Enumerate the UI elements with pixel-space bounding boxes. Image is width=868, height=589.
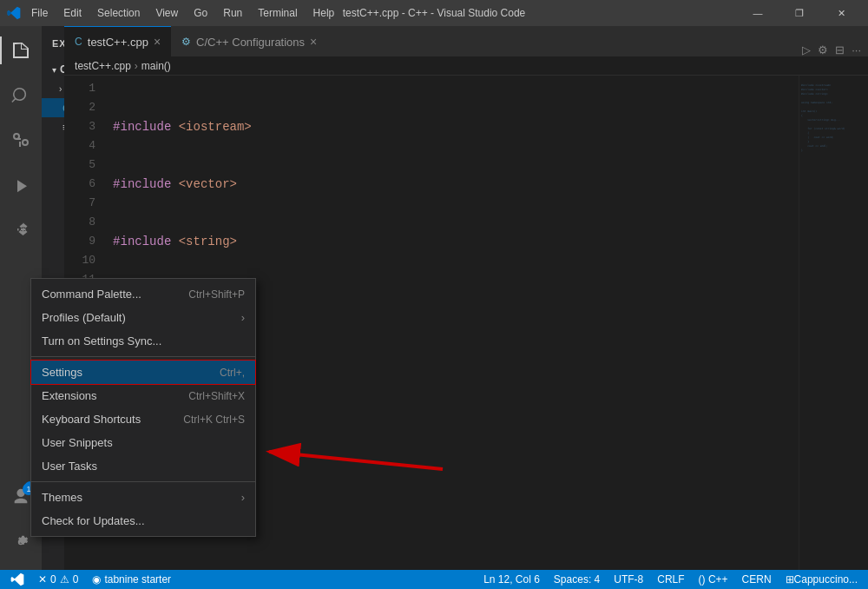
menu-extensions[interactable]: Extensions Ctrl+Shift+X: [31, 384, 255, 407]
menu-view[interactable]: View: [148, 5, 185, 21]
menu-themes[interactable]: Themes ›: [31, 486, 255, 509]
spaces-setting[interactable]: Spaces: 4: [550, 573, 603, 586]
source-control-activity-icon[interactable]: [0, 120, 42, 162]
tree-item-cpp-file[interactable]: C testC++.cpp: [42, 98, 64, 117]
vscode-logo: [7, 6, 21, 20]
tab-config-close[interactable]: ×: [310, 35, 317, 49]
command-palette-label: Command Palette...: [42, 288, 188, 301]
code-line-2: #include <vector>: [113, 175, 799, 194]
check-updates-label: Check for Updates...: [42, 514, 245, 527]
language-mode[interactable]: () C++: [695, 573, 732, 586]
profiles-arrow: ›: [241, 311, 245, 324]
user-tasks-label: User Tasks: [42, 460, 245, 473]
menu-sync[interactable]: Turn on Settings Sync...: [31, 329, 255, 353]
vscode-status-icon[interactable]: [7, 572, 28, 586]
menu-go[interactable]: Go: [187, 5, 214, 21]
tabnine-status[interactable]: ◉ tabnine starter: [89, 573, 174, 586]
keyboard-shortcuts-label: Keyboard Shortcuts: [42, 413, 183, 426]
minimap: #include <iostream> #include <vector> #i…: [799, 76, 868, 570]
maximize-button[interactable]: ❐: [779, 0, 819, 26]
spaces-text: Spaces: 4: [554, 573, 600, 586]
line-num-5: 5: [64, 156, 95, 175]
line-num-4: 4: [64, 136, 95, 156]
tab-cpp-label: testC++.cpp: [88, 36, 148, 49]
close-button[interactable]: ✕: [821, 0, 861, 26]
profiles-label: Profiles (Default): [42, 311, 241, 324]
eol-text: CRLF: [657, 573, 684, 586]
menu-terminal[interactable]: Terminal: [251, 5, 304, 21]
code-line-1: #include <iostream>: [113, 117, 799, 136]
errors-status[interactable]: ✕ 0 ⚠ 0: [35, 573, 82, 586]
search-activity-icon[interactable]: [0, 75, 42, 116]
cern-status[interactable]: CERN: [739, 573, 775, 586]
menu-check-updates[interactable]: Check for Updates...: [31, 509, 255, 533]
menu-run[interactable]: Run: [216, 5, 249, 21]
line-num-9: 9: [64, 232, 95, 251]
breadcrumb-symbol[interactable]: main(): [141, 60, 171, 72]
window-controls: — ❐ ✕: [738, 0, 861, 26]
menu-bar: File Edit Selection View Go Run Terminal…: [24, 5, 341, 21]
menu-separator-2: [31, 481, 255, 482]
run-activity-icon[interactable]: [0, 165, 42, 207]
menu-keyboard-shortcuts[interactable]: Keyboard Shortcuts Ctrl+K Ctrl+S: [31, 407, 255, 431]
settings-shortcut: Ctrl+,: [220, 367, 245, 379]
status-bar-right: Ln 12, Col 6 Spaces: 4 UTF-8 CRLF () C++…: [480, 573, 861, 586]
tab-config-label: C/C++ Configurations: [196, 36, 305, 49]
cursor-position[interactable]: Ln 12, Col 6: [480, 573, 543, 586]
warning-icon: ⚠: [60, 573, 69, 586]
warning-count: 0: [73, 573, 79, 586]
more-actions-icon[interactable]: ···: [852, 43, 861, 56]
tab-config[interactable]: ⚙ C/C++ Configurations ×: [171, 26, 327, 56]
extensions-activity-icon[interactable]: [0, 210, 42, 252]
tab-cpp[interactable]: C testC++.cpp ×: [64, 26, 171, 56]
split-editor-icon[interactable]: ⊟: [835, 43, 845, 56]
command-palette-shortcut: Ctrl+Shift+P: [188, 288, 245, 301]
themes-label: Themes: [42, 491, 241, 504]
menu-help[interactable]: Help: [306, 5, 342, 21]
tree-item-vscode[interactable]: › 📁 .vscode: [42, 79, 64, 98]
tree-item-exe[interactable]: ≡ testC++.exe: [42, 117, 64, 136]
encoding-text: UTF-8: [614, 573, 643, 586]
menu-command-palette[interactable]: Command Palette... Ctrl+Shift+P: [31, 282, 255, 306]
error-count: 0: [50, 573, 56, 586]
eol-setting[interactable]: CRLF: [654, 573, 687, 586]
menu-user-tasks[interactable]: User Tasks: [31, 454, 255, 478]
line-num-7: 7: [64, 194, 95, 213]
line-num-8: 8: [64, 213, 95, 232]
sync-label: Turn on Settings Sync...: [42, 334, 245, 347]
menu-separator-1: [31, 356, 255, 357]
menu-edit[interactable]: Edit: [56, 5, 89, 21]
tab-config-icon: ⚙: [181, 36, 191, 48]
run-code-icon[interactable]: ▷: [802, 43, 811, 56]
tree-item-cpp-root[interactable]: ▾ C++: [42, 60, 64, 79]
line-num-6: 6: [64, 175, 95, 194]
cappuccino-status[interactable]: ⊞Cappuccino...: [782, 573, 861, 586]
menu-selection[interactable]: Selection: [90, 5, 147, 21]
menu-profiles[interactable]: Profiles (Default) ›: [31, 306, 255, 329]
line-num-2: 2: [64, 98, 95, 117]
editor-settings-icon[interactable]: ⚙: [818, 43, 828, 56]
tab-cpp-icon: C: [75, 36, 82, 48]
cappuccino-text: ⊞Cappuccino...: [786, 573, 858, 586]
breadcrumb-file[interactable]: testC++.cpp: [75, 60, 131, 72]
encoding-setting[interactable]: UTF-8: [610, 573, 647, 586]
explorer-activity-icon[interactable]: [0, 30, 42, 71]
menu-user-snippets[interactable]: User Snippets: [31, 431, 255, 454]
tab-cpp-close[interactable]: ×: [154, 35, 161, 49]
tab-bar: C testC++.cpp × ⚙ C/C++ Configurations ×…: [64, 26, 868, 56]
breadcrumb-separator: ›: [135, 60, 138, 72]
minimize-button[interactable]: —: [738, 0, 778, 26]
language-text: () C++: [699, 573, 728, 586]
cern-text: CERN: [742, 573, 772, 586]
status-bar: ✕ 0 ⚠ 0 ◉ tabnine starter Ln 12, Col 6 S…: [0, 570, 868, 589]
tabnine-label: tabnine starter: [104, 573, 171, 586]
sidebar-title: EXPLORER: [52, 38, 64, 49]
menu-settings[interactable]: Settings Ctrl+,: [31, 361, 255, 384]
menu-file[interactable]: File: [24, 5, 55, 21]
extensions-label: Extensions: [42, 389, 188, 402]
window-title: testC++.cpp - C++ - Visual Studio Code: [343, 7, 526, 19]
user-snippets-label: User Snippets: [42, 436, 245, 449]
line-num-10: 10: [64, 251, 95, 270]
chevron-down-icon: ▾: [52, 65, 56, 75]
tabnine-icon: ◉: [92, 573, 101, 586]
